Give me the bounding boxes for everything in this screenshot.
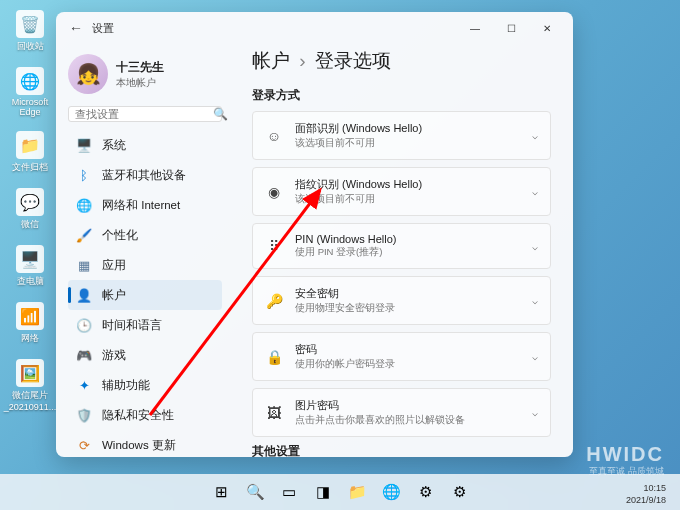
nav-icon: 🌐 (76, 197, 92, 213)
nav-label: 时间和语言 (102, 318, 162, 333)
chevron-down-icon: ⌵ (532, 186, 538, 197)
settings-window: ← 设置 — ☐ ✕ 👧 十三先生 本地帐户 🔍 🖥️系统ᛒ蓝牙和其他设备🌐网络… (56, 12, 573, 457)
taskbar-edge[interactable]: 🌐 (376, 477, 406, 507)
option-card-3[interactable]: 🔑安全密钥使用物理安全密钥登录⌵ (252, 276, 551, 325)
nav-label: 辅助功能 (102, 378, 150, 393)
chevron-down-icon: ⌵ (532, 295, 538, 306)
nav-item-5[interactable]: 👤帐户 (68, 280, 222, 310)
sidebar: 👧 十三先生 本地帐户 🔍 🖥️系统ᛒ蓝牙和其他设备🌐网络和 Internet🖌… (56, 44, 234, 457)
option-title: PIN (Windows Hello) (295, 233, 520, 245)
nav-label: 个性化 (102, 228, 138, 243)
nav-icon: 👤 (76, 287, 92, 303)
nav-label: Windows 更新 (102, 438, 176, 453)
desktop-icon-folder[interactable]: 📁文件归档 (8, 131, 52, 174)
option-card-0[interactable]: ☺面部识别 (Windows Hello)该选项目前不可用⌵ (252, 111, 551, 160)
nav-item-7[interactable]: 🎮游戏 (68, 340, 222, 370)
nav-item-0[interactable]: 🖥️系统 (68, 130, 222, 160)
taskbar: ⊞ 🔍 ▭ ◨ 📁 🌐 ⚙ ⚙ (0, 474, 680, 510)
main-content: 帐户 › 登录选项 登录方式 ☺面部识别 (Windows Hello)该选项目… (234, 44, 573, 457)
section-other: 其他设置 (252, 444, 551, 457)
avatar: 👧 (68, 54, 108, 94)
nav-icon: ▦ (76, 257, 92, 273)
chevron-down-icon: ⌵ (532, 351, 538, 362)
nav-icon: 🖥️ (76, 137, 92, 153)
folder-icon: 📁 (16, 131, 44, 159)
option-desc: 该选项目前不可用 (295, 137, 520, 150)
desktop-icon-network[interactable]: 📶网络 (8, 302, 52, 345)
profile[interactable]: 👧 十三先生 本地帐户 (68, 50, 222, 104)
option-title: 面部识别 (Windows Hello) (295, 121, 520, 136)
window-title: 设置 (92, 21, 114, 36)
nav-icon: 🕒 (76, 317, 92, 333)
option-card-2[interactable]: ⠿PIN (Windows Hello)使用 PIN 登录(推荐)⌵ (252, 223, 551, 269)
search-box[interactable]: 🔍 (68, 106, 222, 122)
minimize-button[interactable]: — (457, 14, 493, 42)
start-button[interactable]: ⊞ (206, 477, 236, 507)
option-icon: 🔑 (265, 292, 283, 310)
desktop-icon-wechat[interactable]: 💬微信 (8, 188, 52, 231)
profile-name: 十三先生 (116, 59, 164, 76)
option-desc: 使用 PIN 登录(推荐) (295, 246, 520, 259)
nav-icon: ✦ (76, 377, 92, 393)
nav-item-3[interactable]: 🖌️个性化 (68, 220, 222, 250)
nav-item-1[interactable]: ᛒ蓝牙和其他设备 (68, 160, 222, 190)
nav-item-10[interactable]: ⟳Windows 更新 (68, 430, 222, 457)
nav-item-4[interactable]: ▦应用 (68, 250, 222, 280)
back-button[interactable]: ← (64, 16, 88, 40)
window-body: 👧 十三先生 本地帐户 🔍 🖥️系统ᛒ蓝牙和其他设备🌐网络和 Internet🖌… (56, 44, 573, 457)
taskbar-explorer[interactable]: 📁 (342, 477, 372, 507)
pc-icon: 🖥️ (16, 245, 44, 273)
watermark: HWIDC (586, 443, 664, 466)
nav-label: 应用 (102, 258, 126, 273)
nav-icon: ⟳ (76, 437, 92, 453)
nav-label: 隐私和安全性 (102, 408, 174, 423)
option-icon: ☺ (265, 127, 283, 145)
nav-item-9[interactable]: 🛡️隐私和安全性 (68, 400, 222, 430)
desktop-icon-image[interactable]: 🖼️微信尾片_20210911... (8, 359, 52, 412)
close-button[interactable]: ✕ (529, 14, 565, 42)
option-title: 密码 (295, 342, 520, 357)
option-icon: ◉ (265, 183, 283, 201)
breadcrumb: 帐户 › 登录选项 (252, 48, 551, 74)
breadcrumb-root[interactable]: 帐户 (252, 50, 290, 71)
nav-label: 游戏 (102, 348, 126, 363)
taskbar-app1[interactable]: ⚙ (410, 477, 440, 507)
search-input[interactable] (75, 108, 213, 120)
nav-label: 蓝牙和其他设备 (102, 168, 186, 183)
titlebar: ← 设置 — ☐ ✕ (56, 12, 573, 44)
wechat-icon: 💬 (16, 188, 44, 216)
chevron-down-icon: ⌵ (532, 241, 538, 252)
option-title: 指纹识别 (Windows Hello) (295, 177, 520, 192)
nav-item-8[interactable]: ✦辅助功能 (68, 370, 222, 400)
desktop-icon-edge[interactable]: 🌐Microsoft Edge (8, 67, 52, 117)
image-icon: 🖼️ (16, 359, 44, 387)
profile-sub: 本地帐户 (116, 76, 164, 90)
desktop-icon-recycle[interactable]: 🗑️回收站 (8, 10, 52, 53)
chevron-right-icon: › (299, 50, 305, 71)
option-icon: ⠿ (265, 237, 283, 255)
option-icon: 🔒 (265, 348, 283, 366)
taskbar-settings[interactable]: ⚙ (444, 477, 474, 507)
option-card-1[interactable]: ◉指纹识别 (Windows Hello)该选项目前不可用⌵ (252, 167, 551, 216)
option-desc: 该选项目前不可用 (295, 193, 520, 206)
option-card-5[interactable]: 🖼图片密码点击并点击你最喜欢的照片以解锁设备⌵ (252, 388, 551, 437)
desktop-icons: 🗑️回收站 🌐Microsoft Edge 📁文件归档 💬微信 🖥️查电脑 📶网… (8, 10, 52, 412)
taskbar-taskview[interactable]: ▭ (274, 477, 304, 507)
recycle-icon: 🗑️ (16, 10, 44, 38)
desktop-icon-pc[interactable]: 🖥️查电脑 (8, 245, 52, 288)
network-icon: 📶 (16, 302, 44, 330)
edge-icon: 🌐 (16, 67, 44, 95)
option-card-4[interactable]: 🔒密码使用你的帐户密码登录⌵ (252, 332, 551, 381)
maximize-button[interactable]: ☐ (493, 14, 529, 42)
nav-label: 系统 (102, 138, 126, 153)
clock[interactable]: 10:15 2021/9/18 (626, 482, 666, 506)
taskbar-widgets[interactable]: ◨ (308, 477, 338, 507)
taskbar-search[interactable]: 🔍 (240, 477, 270, 507)
nav-item-2[interactable]: 🌐网络和 Internet (68, 190, 222, 220)
nav-icon: 🖌️ (76, 227, 92, 243)
section-login-methods: 登录方式 (252, 88, 551, 103)
nav-label: 帐户 (102, 288, 126, 303)
nav-item-6[interactable]: 🕒时间和语言 (68, 310, 222, 340)
nav-icon: 🛡️ (76, 407, 92, 423)
nav-icon: 🎮 (76, 347, 92, 363)
